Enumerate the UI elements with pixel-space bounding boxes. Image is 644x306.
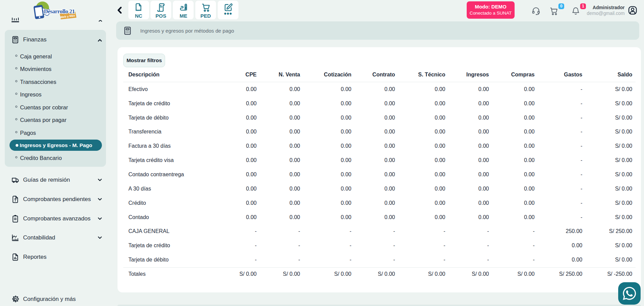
- svg-text:Desarrollo 21: Desarrollo 21: [44, 8, 75, 15]
